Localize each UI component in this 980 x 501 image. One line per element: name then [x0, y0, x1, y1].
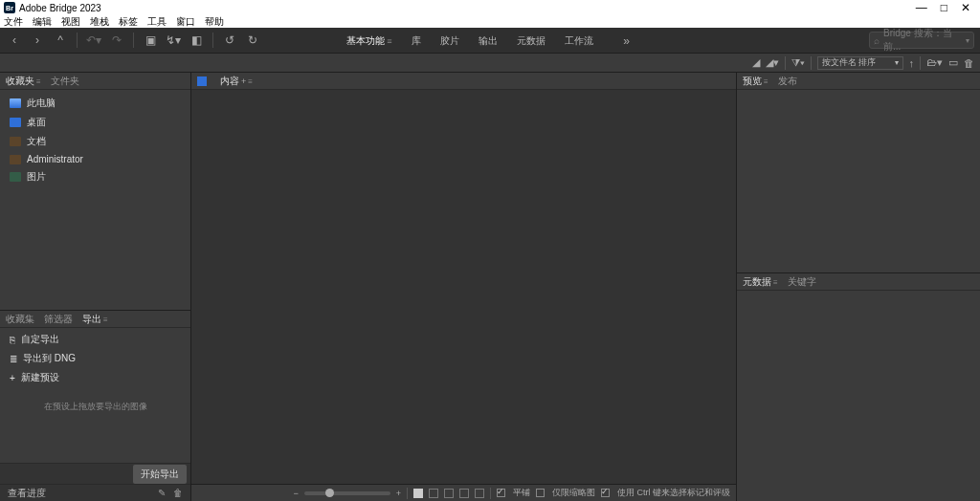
export-item-label: 自定导出: [21, 333, 59, 346]
tab-content[interactable]: 内容+≡: [220, 75, 253, 88]
workspace-metadata[interactable]: 元数据: [515, 28, 547, 54]
workspace-more-icon[interactable]: »: [618, 33, 635, 50]
view-thumb-icon[interactable]: [444, 489, 454, 498]
tab-export[interactable]: 导出≡: [82, 313, 108, 326]
fav-item-documents[interactable]: 文档: [0, 132, 190, 151]
boomerang-icon[interactable]: ↯▾: [165, 32, 182, 49]
rotate-cw-icon[interactable]: ↻: [244, 32, 261, 49]
thumb-only-checkbox[interactable]: [536, 489, 545, 497]
workspace-output[interactable]: 输出: [477, 28, 500, 54]
export-custom[interactable]: ⎘自定导出: [0, 330, 190, 349]
export-custom-icon: ⎘: [10, 335, 15, 345]
sort-field-dropdown[interactable]: 按文件名 排序 ▾: [817, 56, 903, 70]
fav-item-desktop[interactable]: 桌面: [0, 113, 190, 132]
tab-favorites[interactable]: 收藏夹≡: [6, 75, 41, 88]
flat-view-checkbox[interactable]: [497, 489, 505, 497]
favorites-panel-tabs: 收藏夹≡ 文件夹: [0, 73, 190, 90]
history-back-icon[interactable]: ↶▾: [85, 32, 102, 49]
separator: [920, 56, 921, 70]
workspace-filmstrip[interactable]: 胶片: [438, 28, 461, 54]
chevron-down-icon[interactable]: ▾: [966, 36, 969, 45]
app-title: Adobe Bridge 2023: [19, 3, 101, 13]
slider-knob[interactable]: [325, 489, 334, 497]
menu-window[interactable]: 窗口: [176, 15, 195, 29]
export-dng[interactable]: ≣导出到 DNG: [0, 349, 190, 368]
maximize-button[interactable]: □: [941, 2, 947, 13]
progress-label[interactable]: 查看进度: [8, 487, 46, 500]
panel-menu-icon[interactable]: ≡: [764, 77, 768, 86]
documents-icon: [10, 137, 21, 146]
tab-metadata[interactable]: 元数据≡: [743, 275, 778, 289]
tab-preview[interactable]: 预览≡: [743, 75, 768, 88]
search-placeholder: Bridge 搜索：当前...: [883, 27, 966, 54]
fav-item-pictures[interactable]: 图片: [0, 167, 190, 186]
panel-menu-icon[interactable]: ≡: [248, 77, 253, 86]
tab-keywords[interactable]: 关键字: [788, 275, 816, 289]
ctrl-rating-checkbox[interactable]: [601, 489, 610, 497]
start-export-button[interactable]: 开始导出: [133, 465, 187, 484]
menu-file[interactable]: 文件: [4, 15, 23, 29]
workspace-workflow[interactable]: 工作流: [563, 28, 595, 54]
window-titlebar: Br Adobe Bridge 2023 — □ ✕: [0, 0, 980, 15]
view-list-icon[interactable]: [475, 489, 484, 498]
panel-menu-icon[interactable]: ≡: [36, 77, 41, 86]
open-ps-icon[interactable]: ◧: [188, 32, 205, 49]
zoom-out-button[interactable]: −: [293, 489, 298, 498]
separator: [785, 56, 786, 70]
menu-edit[interactable]: 编辑: [33, 15, 52, 29]
trash-icon[interactable]: 🗑: [964, 57, 974, 69]
rating-menu-icon[interactable]: ◢▾: [766, 56, 779, 69]
content-panel[interactable]: [191, 90, 736, 484]
view-grid-icon[interactable]: [429, 489, 438, 498]
nav-back-icon[interactable]: ‹: [6, 32, 23, 49]
panel-menu-icon[interactable]: ≡: [103, 316, 108, 324]
export-item-label: 导出到 DNG: [23, 352, 76, 365]
fav-item-this-pc[interactable]: 此电脑: [0, 94, 190, 113]
camera-import-icon[interactable]: ▣: [142, 32, 159, 49]
pencil-icon[interactable]: ✎: [158, 488, 166, 498]
plus-icon[interactable]: +: [241, 76, 246, 86]
user-folder-icon: [10, 155, 21, 164]
thumbnail-size-slider[interactable]: [304, 491, 390, 495]
view-grid-lock-icon[interactable]: [413, 489, 423, 498]
close-button[interactable]: ✕: [961, 2, 970, 13]
export-drop-hint: 在预设上拖放要导出的图像: [0, 389, 190, 425]
separator: [811, 56, 812, 70]
sort-direction-icon[interactable]: ↑: [909, 57, 915, 69]
zoom-in-button[interactable]: +: [396, 489, 401, 498]
history-forward-icon[interactable]: ↷: [108, 32, 125, 49]
workspace-essentials[interactable]: 基本功能≡: [345, 28, 393, 54]
separator: [490, 488, 491, 499]
nav-up-icon[interactable]: ^: [52, 32, 69, 49]
new-folder-icon[interactable]: ▭: [948, 56, 958, 69]
preview-panel-tabs: 预览≡ 发布: [737, 73, 980, 90]
plus-icon: +: [10, 373, 15, 383]
panel-menu-icon[interactable]: ≡: [773, 278, 778, 287]
tab-folders[interactable]: 文件夹: [51, 75, 79, 88]
list-icon: ≣: [10, 354, 17, 364]
flat-view-label: 平铺: [513, 487, 530, 499]
tab-collections[interactable]: 收藏集: [6, 313, 34, 326]
trash-icon[interactable]: 🗑: [173, 488, 183, 498]
open-recent-icon[interactable]: 🗁▾: [926, 56, 943, 69]
menu-tools[interactable]: 工具: [147, 15, 167, 29]
workspace-libraries[interactable]: 库: [410, 28, 423, 54]
filter-icon[interactable]: ⧩▾: [791, 56, 805, 69]
separator: [133, 33, 134, 48]
search-icon: ⌕: [874, 35, 880, 46]
nav-forward-icon[interactable]: ›: [29, 32, 46, 49]
rating-toggle-icon[interactable]: ◢: [752, 56, 760, 69]
menu-label[interactable]: 标签: [119, 15, 138, 29]
search-input[interactable]: ⌕ Bridge 搜索：当前... ▾: [869, 32, 974, 49]
workspace-menu-icon[interactable]: ≡: [387, 36, 391, 46]
view-details-icon[interactable]: [459, 489, 469, 498]
fav-item-user[interactable]: Administrator: [0, 151, 190, 167]
tab-filter[interactable]: 筛选器: [44, 313, 73, 326]
export-new-preset[interactable]: +新建预设: [0, 368, 190, 387]
menu-help[interactable]: 帮助: [205, 15, 224, 29]
menu-view[interactable]: 视图: [61, 15, 80, 29]
menu-stacks[interactable]: 堆栈: [90, 15, 109, 29]
rotate-ccw-icon[interactable]: ↺: [221, 32, 238, 49]
minimize-button[interactable]: —: [916, 2, 927, 13]
tab-publish[interactable]: 发布: [778, 75, 797, 88]
